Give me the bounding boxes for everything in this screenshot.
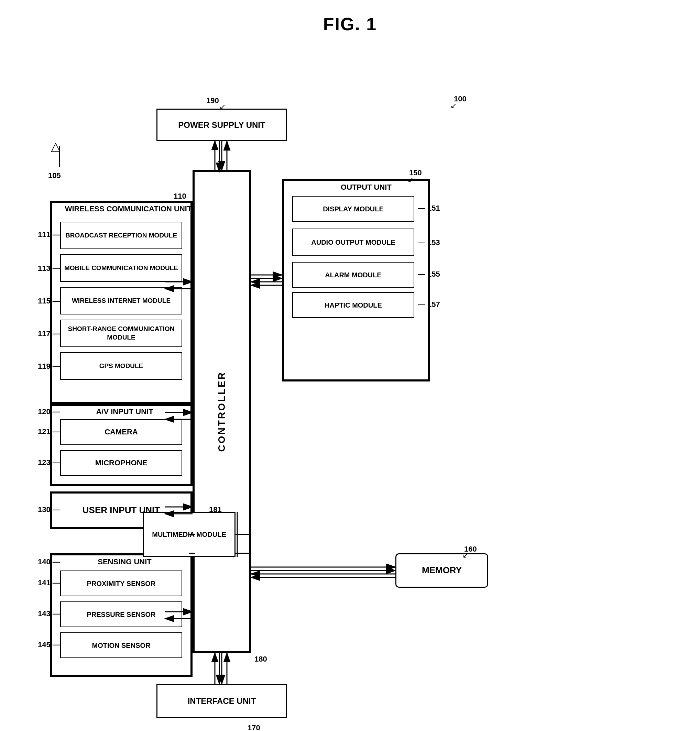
microphone-box: MICROPHONE — [60, 450, 182, 476]
ref-141: 141 — — [38, 578, 60, 587]
power-supply-box: POWER SUPPLY UNIT — [156, 109, 287, 141]
ref-110: 110 — [174, 192, 186, 201]
ref-155: — 155 — [418, 270, 440, 279]
ref-115: 115 — — [38, 297, 60, 305]
multimedia-box: MULTIMEDIA MODULE — [143, 512, 235, 557]
ref-180: 180 — [254, 655, 267, 663]
sensing-label: SENSING UNIT — [63, 558, 186, 567]
ref-120: 120 — — [38, 407, 60, 416]
ref-111: 111 — — [38, 230, 60, 239]
haptic-box: HAPTIC MODULE — [292, 292, 414, 318]
audio-output-box: AUDIO OUTPUT MODULE — [292, 229, 414, 256]
ref-153: — 153 — [418, 238, 440, 247]
interface-box: INTERFACE UNIT — [156, 684, 287, 718]
ref-151: — 151 — [418, 204, 440, 213]
ref-100-arrow: ↙ — [450, 101, 457, 110]
motion-box: MOTION SENSOR — [60, 633, 182, 658]
ref-113: 113 — — [38, 264, 60, 273]
controller-label: CONTROLLER — [216, 371, 228, 452]
ref-170: 170 — [247, 724, 260, 731]
ref-123: 123 — — [38, 458, 60, 467]
wireless-internet-box: WIRELESS INTERNET MODULE — [60, 287, 182, 314]
mobile-comm-box: MOBILE COMMUNICATION MODULE — [60, 254, 182, 282]
av-input-label: A/V INPUT UNIT — [63, 407, 186, 416]
ref-181: 181 — [209, 505, 222, 514]
camera-box: CAMERA — [60, 419, 182, 445]
ref-145: 145 — — [38, 640, 60, 649]
ref-121: 121 — — [38, 427, 60, 436]
ref-119: 119 — — [38, 362, 60, 371]
ref-143: 143 — — [38, 609, 60, 618]
ref-160-arrow: ↙ — [462, 551, 469, 560]
ref-140: 140 — — [38, 558, 60, 567]
controller-box: CONTROLLER — [193, 170, 251, 653]
ref-150-arrow: ↙ — [407, 175, 413, 184]
ref-157: — 157 — [418, 300, 440, 309]
ref-190: 190 — [206, 96, 219, 105]
display-box: DISPLAY MODULE — [292, 196, 414, 222]
memory-box: MEMORY — [396, 553, 488, 588]
wireless-comm-label: WIRELESS COMMUNICATION UNIT — [61, 204, 195, 213]
proximity-box: PROXIMITY SENSOR — [60, 571, 182, 596]
pressure-box: PRESSURE SENSOR — [60, 602, 182, 627]
antenna-line — [59, 146, 60, 167]
alarm-box: ALARM MODULE — [292, 262, 414, 288]
page-title: FIG. 1 — [0, 0, 700, 34]
ref-117: 117 — — [38, 329, 60, 338]
ref-105: 105 — [48, 171, 61, 180]
short-range-box: SHORT-RANGE COMMUNICATION MODULE — [60, 320, 182, 347]
broadcast-box: BROADCAST RECEPTION MODULE — [60, 222, 182, 249]
gps-box: GPS MODULE — [60, 352, 182, 380]
ref-130: 130 — — [38, 505, 60, 514]
